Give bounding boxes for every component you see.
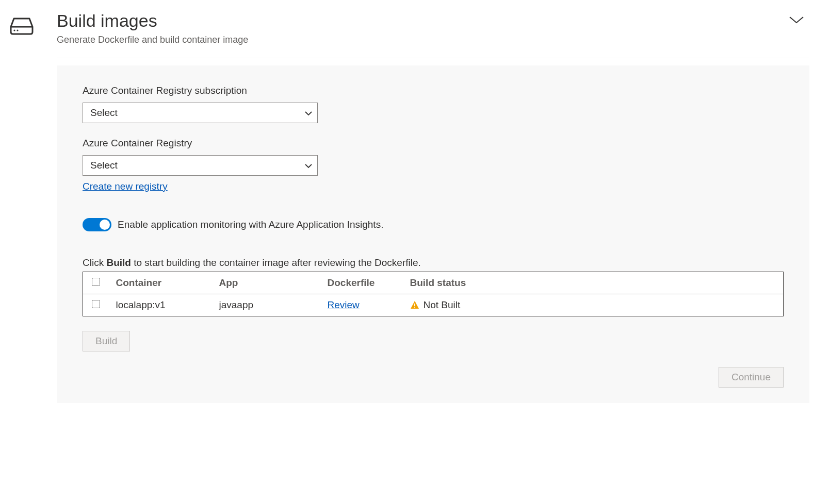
section-header: Build images Generate Dockerfile and bui…: [57, 10, 809, 58]
continue-button[interactable]: Continue: [719, 367, 784, 388]
col-app: App: [212, 272, 320, 294]
collapse-toggle[interactable]: [784, 10, 809, 32]
warning-icon: [410, 300, 419, 310]
table-header-row: Container App Dockerfile Build status: [83, 272, 784, 294]
subscription-select-value: Select: [90, 107, 118, 119]
registry-select-value: Select: [90, 160, 118, 171]
svg-rect-4: [414, 307, 415, 308]
build-instruction: Click Build to start building the contai…: [83, 257, 784, 268]
instruction-bold: Build: [106, 257, 131, 268]
registry-select[interactable]: Select: [83, 155, 318, 176]
chevron-down-icon: [305, 107, 312, 119]
table-row: localapp:v1 javaapp Review: [83, 294, 784, 316]
build-button[interactable]: Build: [83, 331, 130, 351]
chevron-down-icon: [789, 18, 804, 26]
registry-label: Azure Container Registry: [83, 138, 784, 149]
cell-build-status: Not Built: [424, 299, 461, 311]
create-registry-link[interactable]: Create new registry: [83, 181, 168, 192]
containers-table: Container App Dockerfile Build status lo…: [83, 272, 784, 316]
svg-rect-3: [414, 304, 415, 306]
cell-container: localapp:v1: [109, 294, 212, 316]
form-panel: Azure Container Registry subscription Se…: [57, 65, 809, 403]
page-title: Build images: [57, 10, 248, 31]
monitoring-toggle[interactable]: [83, 218, 111, 231]
disk-icon: [8, 29, 36, 38]
svg-point-2: [17, 29, 18, 31]
instruction-prefix: Click: [83, 257, 106, 268]
svg-point-1: [13, 29, 15, 31]
chevron-down-icon: [305, 160, 312, 171]
monitoring-toggle-label: Enable application monitoring with Azure…: [118, 219, 383, 230]
subscription-label: Azure Container Registry subscription: [83, 85, 784, 96]
page-subtitle: Generate Dockerfile and build container …: [57, 35, 248, 45]
subscription-select[interactable]: Select: [83, 103, 318, 123]
row-checkbox[interactable]: [92, 300, 100, 308]
review-dockerfile-link[interactable]: Review: [328, 299, 360, 310]
select-all-checkbox[interactable]: [92, 278, 100, 286]
col-build-status: Build status: [403, 272, 784, 294]
col-container: Container: [109, 272, 212, 294]
instruction-suffix: to start building the container image af…: [131, 257, 421, 268]
cell-app: javaapp: [212, 294, 320, 316]
col-dockerfile: Dockerfile: [320, 272, 403, 294]
section-icon-column: [5, 10, 36, 38]
